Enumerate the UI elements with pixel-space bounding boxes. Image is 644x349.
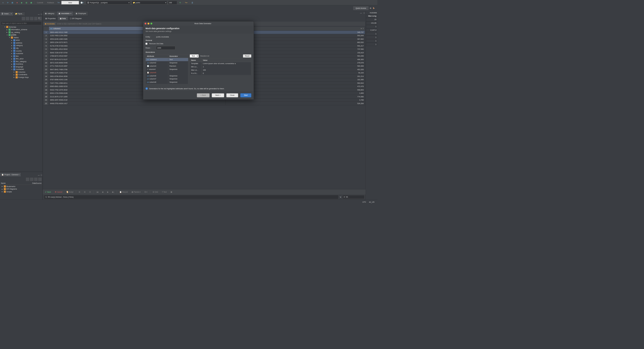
table-mockada1[interactable]: ▼mockada1	[1, 68, 42, 71]
row-num[interactable]: 15	[44, 78, 49, 81]
tx-mode-icon[interactable]: T▾	[57, 1, 60, 4]
auto-commit-combo[interactable]: Auto	[61, 1, 79, 4]
prev-page-icon[interactable]: ◀	[101, 190, 105, 193]
project-bookmarks[interactable]: ▶Bookmarks	[1, 185, 42, 188]
table-film-actor[interactable]: ▶film_actor	[1, 58, 42, 60]
connection-combo[interactable]: 🗄 PostgreSQL - postgres▾	[86, 1, 131, 4]
table-language[interactable]: ▶language	[1, 65, 42, 68]
table-country[interactable]: ▶country	[1, 50, 42, 52]
json-view-icon[interactable]: ▦	[169, 190, 173, 193]
table-customer[interactable]: ▶customer	[1, 52, 42, 55]
close-icon[interactable]: ×	[70, 13, 71, 15]
gen-attr[interactable]: 123 column7	[146, 77, 168, 81]
dbeaver-icon[interactable]: 🦫	[373, 7, 375, 9]
project-settings-icon[interactable]	[26, 178, 29, 181]
close-button[interactable]: Close	[226, 93, 238, 97]
gen-attr[interactable]: 123 column8	[146, 81, 168, 84]
node-foreign-keys[interactable]: ▶Foreign Keys	[1, 76, 42, 79]
panels-button[interactable]: ▦ Panels ▾	[131, 190, 142, 193]
sql-editor-icon[interactable]: ▤	[11, 1, 14, 4]
gen-type[interactable]: Sequence	[168, 81, 188, 84]
nav-menu-icon[interactable]: ▾	[38, 17, 42, 20]
table-film-category[interactable]: ▶film_category	[1, 60, 42, 63]
gen-type[interactable]	[168, 71, 188, 74]
first-page-icon[interactable]: |◀	[95, 190, 99, 193]
next-page-icon[interactable]: ▶	[106, 190, 110, 193]
gen-attr[interactable]: 123 column2	[146, 61, 168, 64]
node-public[interactable]: ▼public	[1, 34, 42, 36]
cell[interactable]: 4448-2753-4639-1417	[49, 102, 225, 105]
start-button[interactable]: Start	[240, 93, 251, 97]
row-num[interactable]: 12	[44, 68, 49, 71]
next-button[interactable]: Next >	[212, 93, 224, 97]
tab-projects[interactable]: 📁 Прое...	[13, 12, 25, 16]
dup-row-icon[interactable]: ⊞	[83, 190, 87, 193]
stop-icon[interactable]: ■	[15, 1, 19, 4]
text-view-button[interactable]: T Text	[161, 190, 168, 193]
node-schemas[interactable]: ▼Schemas	[1, 26, 42, 28]
new-connection-icon[interactable]: ⎋	[1, 1, 5, 4]
row-num[interactable]: 4	[44, 41, 49, 44]
remove-old-data-checkbox[interactable]	[145, 43, 147, 45]
table-address[interactable]: ▶address	[1, 41, 42, 44]
add-row-icon[interactable]: ⊞	[77, 190, 81, 193]
tab-category[interactable]: ▦ category	[43, 11, 57, 16]
table-film[interactable]: ▶film	[1, 55, 42, 58]
minimize-icon[interactable]: —	[37, 173, 40, 177]
quick-access-button[interactable]: Quick Access	[353, 7, 369, 10]
script2-icon[interactable]: ▦	[29, 1, 33, 4]
rows-input[interactable]	[156, 46, 175, 50]
nav-filter-input[interactable]	[1, 22, 42, 25]
gen-type[interactable]: Sequence	[168, 68, 188, 71]
tab-employee[interactable]: ▦ Employee	[73, 11, 88, 16]
nav-link-icon[interactable]	[30, 17, 33, 20]
table-inventory[interactable]: ▶inventory	[1, 63, 42, 66]
cell[interactable]: 524,284	[225, 102, 365, 105]
gen-type[interactable]: Sequence	[168, 74, 188, 77]
fetch-size-input[interactable]	[168, 1, 177, 4]
row-num[interactable]: 7	[44, 51, 49, 54]
breadcrumb[interactable]: ▦ mockdata	[43, 22, 56, 25]
row-num[interactable]: 6	[44, 48, 49, 51]
gen-type[interactable]: Random	[168, 64, 188, 68]
tab-database-navigator[interactable]: 🗄 Datab... ×	[0, 12, 13, 16]
generator-props-table[interactable]: NameValue TemplateLorem ipsum dolor sit …	[190, 59, 251, 75]
window-max-icon[interactable]	[150, 23, 152, 24]
node-tables[interactable]: ▼Tables	[1, 36, 42, 39]
record-button[interactable]: 📋 Record	[118, 190, 129, 193]
config-icon[interactable]: ⚙ ▾	[143, 190, 148, 193]
tab-mockdata[interactable]: ▦ mockdata ×	[56, 11, 73, 16]
pencil-icon[interactable]: ✎▾	[184, 1, 188, 4]
row-num[interactable]: 18	[44, 88, 49, 92]
project-link-icon[interactable]	[34, 178, 37, 181]
row-num[interactable]: 13	[44, 71, 49, 74]
history-icon[interactable]: 🕘▾	[80, 1, 84, 4]
gen-attr[interactable]: ✓ column4	[146, 68, 168, 71]
row-num[interactable]: 3	[44, 37, 49, 41]
gen-type[interactable]: Sequence	[168, 77, 188, 81]
close-icon[interactable]: ×	[11, 13, 12, 15]
row-num[interactable]: 19	[44, 92, 49, 95]
cancel-button[interactable]: ✖ Cancel	[54, 190, 64, 193]
locale-label[interactable]: en_US	[369, 201, 375, 203]
perspective-icon[interactable]: ⊞	[370, 7, 371, 9]
row-num[interactable]: 10	[44, 61, 49, 64]
project-er-diagrams[interactable]: ▶ER Diagrams	[1, 188, 42, 191]
commit-button[interactable]: Commit	[35, 1, 45, 4]
rollback-button[interactable]: Rollback	[46, 1, 56, 4]
nav-collapse-icon[interactable]	[26, 17, 29, 20]
gen-attr[interactable]: ABC column1	[146, 58, 168, 61]
gen-attr[interactable]: 123 column6	[146, 74, 168, 77]
row-num[interactable]: 1	[44, 31, 49, 34]
table-category[interactable]: ▶category	[1, 44, 42, 47]
generator-type-select[interactable]: Text	[190, 54, 199, 58]
table-city[interactable]: ▶city	[1, 47, 42, 50]
row-num[interactable]: 2	[44, 34, 49, 37]
script-icon[interactable]: ▥	[25, 1, 28, 4]
row-num[interactable]: 5	[44, 44, 49, 48]
maximize-icon[interactable]: □	[40, 13, 43, 16]
node-pg-catalog[interactable]: ▶pg_catalog	[1, 31, 42, 34]
row-num[interactable]: 22	[44, 102, 49, 105]
node-columns[interactable]: ▶Columns	[1, 71, 42, 73]
row-num[interactable]: 16	[44, 81, 49, 85]
